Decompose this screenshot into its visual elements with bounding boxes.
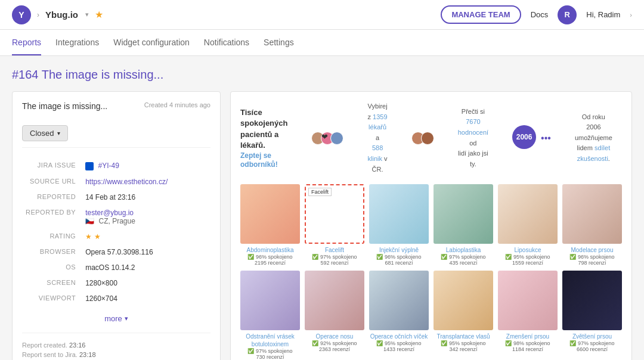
logo-icon: Y [12, 5, 31, 24]
image-cell-5: Modelace prsou ✅ 96% spokojeno798 recenz… [562, 184, 622, 266]
jira-icon [85, 162, 94, 170]
left-panel: The image is missing... Created 4 minute… [12, 91, 221, 360]
user-menu-chevron-icon[interactable]: › [630, 11, 632, 18]
avatar: R [558, 5, 577, 24]
breadcrumb-chevron-icon: › [37, 11, 39, 19]
star-filled-2: ★ [94, 232, 101, 241]
status-caret-icon: ▾ [57, 130, 60, 136]
status-label: Closed [30, 129, 54, 138]
expand-button[interactable]: ⤢ [631, 136, 632, 150]
browser-value: Opera 57.0.3098.116 [83, 245, 209, 259]
image-cell-2: Injekční výplně ✅ 96% spokojeno681 recen… [369, 184, 429, 266]
image-rating-7: ✅ 92% spokojeno2363 recenzí [305, 340, 364, 352]
more-button[interactable]: more ▾ [22, 314, 210, 323]
top-bar: Y › Ybug.io ▾ ★ MANAGE TEAM Docs R Hi, R… [0, 0, 644, 30]
image-cell-8: Operace očních víček ✅ 95% spokojeno1433… [369, 271, 429, 360]
user-greeting: Hi, Radim [586, 10, 620, 19]
source-url-label: SOURCE URL [23, 175, 82, 189]
details-table: JIRA ISSUE #YI-49 SOURCE URL https://www… [22, 157, 210, 307]
docs-link[interactable]: Docs [531, 10, 549, 19]
created-time: Created 4 minutes ago [144, 101, 210, 108]
image-zmenseni[interactable] [498, 271, 558, 330]
image-label-4: Liposukce [498, 246, 558, 254]
timeline-item: Report created. 23:16 [22, 340, 210, 350]
stat1: Vybirej z 1359 lékařů a 588 klinik v ČR. [367, 101, 387, 175]
tab-reports[interactable]: Reports [12, 30, 41, 55]
screen-label: SCREEN [23, 276, 82, 290]
location: CZ, Prague [99, 217, 135, 225]
stat1-avatars: ❤ [311, 132, 343, 145]
image-labioplastika[interactable] [434, 184, 493, 244]
jira-label: JIRA ISSUE [23, 159, 82, 173]
table-row: RATING ★ ★ [23, 229, 209, 244]
avatar-3 [330, 132, 343, 145]
image-label-2: Injekční výplně [369, 246, 429, 254]
image-abdominoplastika[interactable] [240, 184, 300, 244]
os-label: OS [23, 260, 82, 275]
image-cell-9: Transplantace vlasů ✅ 95% spokojeno342 r… [434, 271, 493, 360]
reported-by-label: REPORTED BY [23, 206, 82, 228]
table-row: OS macOS 10.14.2 [23, 260, 209, 275]
stat3-badge-row: 2006 ••• [512, 125, 551, 151]
image-rating-5: ✅ 96% spokojeno798 recenzí [562, 254, 622, 266]
brand-caret-icon[interactable]: ▾ [85, 11, 89, 18]
image-zvetseni[interactable] [562, 271, 622, 330]
image-ocni-vicka[interactable] [369, 271, 429, 330]
image-rating-9: ✅ 95% spokojeno342 recenzí [434, 340, 493, 352]
image-label-1: Facelift [305, 246, 364, 254]
image-cell-6: Odstranění vrásek botulotoxinem ✅ 97% sp… [240, 271, 300, 360]
page-content: #164 The image is missing... The image i… [0, 56, 644, 360]
tab-settings[interactable]: Settings [264, 30, 294, 55]
table-row: REPORTED BY tester@ybug.io 🇨🇿 CZ, Prague [23, 206, 209, 228]
image-facelift[interactable]: Facelift [305, 184, 364, 244]
image-vrásky[interactable] [240, 271, 300, 330]
source-url-value[interactable]: https://www.estheticon.cz/ [85, 178, 168, 186]
image-label-9: Transplantace vlasů [434, 333, 493, 340]
avatar-5 [421, 132, 434, 145]
avatar-group-2 [411, 132, 434, 145]
manage-team-button[interactable]: MANAGE TEAM [441, 5, 521, 24]
image-rating-10: ✅ 98% spokojeno1184 recenzí [498, 340, 558, 352]
missing-image-label: Facelift [308, 188, 332, 196]
top-bar-right: MANAGE TEAM Docs R Hi, Radim › [441, 5, 632, 24]
image-rating-0: ✅ 96% spokojeno2195 recenzí [240, 254, 300, 266]
reporter-email[interactable]: tester@ybug.io [85, 209, 134, 217]
os-value: macOS 10.14.2 [83, 260, 209, 275]
hero-link[interactable]: Zeptej se odborníků! [240, 151, 278, 169]
image-injekce[interactable] [369, 184, 429, 244]
tab-widget-configuration[interactable]: Widget configuration [113, 30, 190, 55]
image-rating-1: ✅ 97% spokojeno592 recenzí [305, 254, 364, 266]
image-cell-0: Abdominoplastika ✅ 96% spokojeno2195 rec… [240, 184, 300, 266]
browser-label: BROWSER [23, 245, 82, 259]
reported-label: REPORTED [23, 190, 82, 204]
table-row: JIRA ISSUE #YI-49 [23, 159, 209, 173]
screen-value: 1280×800 [83, 276, 209, 290]
jira-value[interactable]: #YI-49 [98, 162, 119, 170]
hero-text: Tisíce spokojených pacientů a lékařů. Ze… [240, 107, 287, 169]
tab-notifications[interactable]: Notifications [204, 30, 249, 55]
image-rating-4: ✅ 95% spokojeno1559 recenzí [498, 254, 558, 266]
favorite-star-icon[interactable]: ★ [95, 9, 103, 20]
site-header: Tisíce spokojených pacientů a lékařů. Ze… [240, 101, 622, 175]
image-rating-8: ✅ 95% spokojeno1433 recenzí [369, 340, 429, 352]
table-row: BROWSER Opera 57.0.3098.116 [23, 245, 209, 259]
image-rating-11: ✅ 97% spokojeno6600 recenzí [562, 340, 622, 352]
image-nos[interactable] [305, 271, 364, 330]
status-button[interactable]: Closed ▾ [22, 125, 68, 141]
image-label-6: Odstranění vrásek botulotoxinem [240, 333, 300, 348]
image-label-10: Zmenšení prsou [498, 333, 558, 340]
image-vlasy[interactable] [434, 271, 493, 330]
image-liposukce[interactable] [498, 184, 558, 244]
rating-label: RATING [23, 229, 82, 244]
table-row: VIEWPORT 1260×704 [23, 291, 209, 306]
screenshot-container: Tisíce spokojených pacientů a lékařů. Ze… [231, 92, 631, 360]
image-modelace[interactable] [562, 184, 622, 244]
dots-icon: ••• [541, 133, 551, 144]
tab-integrations[interactable]: Integrations [55, 30, 99, 55]
image-cell-4: Liposukce ✅ 95% spokojeno1559 recenzí [498, 184, 558, 266]
stat2: Přečti si 7670 hodnocení od lidí jako js… [458, 107, 488, 170]
image-label-7: Operace nosu [305, 333, 364, 340]
hero-title: Tisíce spokojených pacientů a lékařů. [240, 107, 287, 151]
image-label-5: Modelace prsou [562, 246, 622, 254]
stat3: Od roku 2006 umožňujeme lidem sdílet zku… [575, 112, 612, 165]
